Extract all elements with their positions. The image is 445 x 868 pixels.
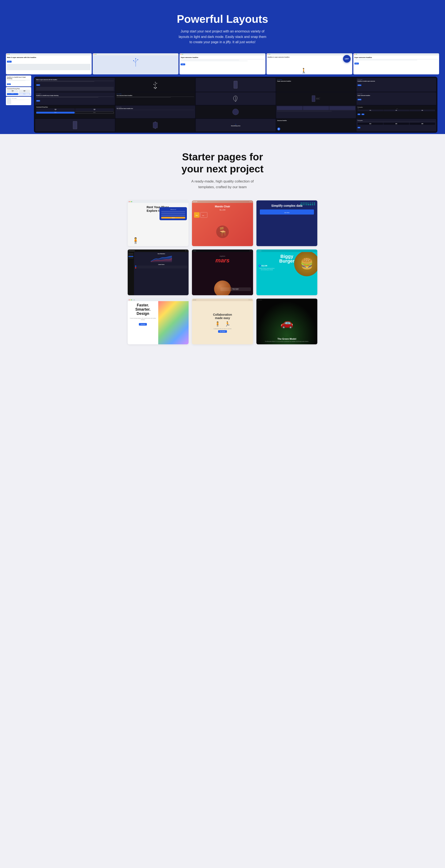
big-dark-mockup: Make it super awesome with this headline… bbox=[34, 77, 437, 133]
perf-users bbox=[135, 266, 188, 269]
phone-shape-3 bbox=[73, 121, 77, 129]
template-rent[interactable]: Rent Your Place.Explore the City. 🧍 Wher… bbox=[128, 200, 189, 246]
rent-input-2 bbox=[161, 213, 185, 214]
dc1-4-title: Super awesome headline bbox=[277, 81, 355, 82]
dc1-1-title: Make it super awesome with this headline bbox=[36, 79, 114, 81]
dc3-5-btn1: Get bbox=[357, 114, 360, 115]
dc1-1-btn: Button bbox=[36, 84, 40, 86]
dc2-1-btn: Button bbox=[36, 100, 40, 101]
lc1-btn: Button bbox=[7, 84, 11, 85]
lc3-content: Sub headline bbox=[7, 98, 30, 104]
dot-3 bbox=[305, 203, 306, 204]
lc1-l1 bbox=[7, 80, 30, 80]
dot-7 bbox=[312, 203, 313, 204]
dot-yellow bbox=[130, 201, 131, 202]
car-content: 🚗 The Green Model The Mercedes Model G i… bbox=[256, 301, 317, 344]
dot-2 bbox=[303, 203, 304, 204]
design-chrome: utb bbox=[128, 299, 189, 301]
preview-card-1: Make it super awesome with this headline… bbox=[6, 53, 92, 74]
perf-title: User Retention bbox=[135, 253, 188, 254]
dot-1 bbox=[301, 203, 302, 204]
collab-brand: kamtel bbox=[193, 299, 196, 301]
chair-icon-2 bbox=[251, 201, 252, 202]
perf-user-1 bbox=[135, 266, 188, 267]
dc4-3-title: Something nice bbox=[231, 125, 241, 126]
middle-section: Headline is a beatiful way to begin drea… bbox=[4, 75, 441, 134]
layouts-subtitle: Jump start your next project with an eno… bbox=[178, 29, 267, 45]
dot-13 bbox=[308, 204, 309, 205]
dc1-1-l1 bbox=[36, 81, 114, 81]
plant-icon bbox=[131, 57, 140, 67]
svg-point-14 bbox=[156, 87, 157, 88]
perf-user-2 bbox=[135, 267, 188, 269]
chair-info-label: Info → bbox=[202, 215, 205, 216]
design-title: Faster.Smarter.Design bbox=[130, 303, 156, 316]
play-btn bbox=[277, 127, 280, 130]
mars-notification: Mission Update Distance: 54.6M km bbox=[220, 287, 251, 291]
mars-icon-2 bbox=[251, 250, 252, 251]
perf-content: User Retention bbox=[128, 252, 189, 295]
template-car[interactable]: Mercedes 🚗 The Green Model The Mercedes … bbox=[256, 299, 317, 344]
template-chair[interactable]: JOLLER Mando Chair $1,199 Buy Info → bbox=[192, 200, 253, 246]
dot-12 bbox=[306, 204, 308, 205]
car-chrome: Mercedes bbox=[256, 299, 317, 301]
dc4-5-title: Pricing plans bbox=[357, 120, 435, 121]
template-burger[interactable]: yumyum BiggyBurger + $12.99 Loads of fla… bbox=[256, 249, 317, 295]
dc2-5: Sub headline Super awesome headline Butt… bbox=[356, 92, 436, 105]
mars-text-area: explore mars bbox=[216, 255, 230, 264]
mars-icons bbox=[250, 250, 252, 251]
rent-search-btn: Search bbox=[161, 217, 185, 219]
data-dot-grid bbox=[301, 203, 315, 205]
perf-sidebar bbox=[128, 252, 134, 295]
lc2-title: Customized Pricing Plans bbox=[7, 88, 30, 89]
mars-title: mars bbox=[216, 257, 230, 264]
perf-label: Performance bbox=[129, 250, 135, 251]
dc3-1-pricing: $10 /mo $20 /mo bbox=[36, 108, 114, 111]
design-dot-g bbox=[131, 300, 132, 300]
lc3-sub: Sub headline bbox=[12, 98, 30, 99]
mars-explore-label: explore bbox=[216, 255, 230, 257]
card3-line1 bbox=[181, 59, 264, 59]
burger-desc: Loads of flame-seared goodness and every… bbox=[258, 268, 275, 271]
dc1-5-btn: Button bbox=[357, 85, 361, 86]
design-brand: utb bbox=[133, 299, 135, 301]
card5-btn: Button bbox=[354, 63, 359, 64]
template-performance[interactable]: Performance User Retention bbox=[128, 249, 189, 295]
dc3-3 bbox=[196, 105, 275, 118]
data-content: Simplify complex data Join Now bbox=[256, 200, 317, 246]
dc3-2-l1 bbox=[117, 110, 194, 110]
design-desc: Create amazing designs with powerful too… bbox=[130, 317, 156, 320]
rent-search-label: Search bbox=[172, 217, 175, 218]
dc3-1-title: Customized Pricing Plans bbox=[36, 106, 114, 108]
dc3-4-img3 bbox=[329, 106, 355, 110]
rent-form: Where to? Search bbox=[159, 207, 187, 220]
dc1-1-l2 bbox=[36, 81, 94, 82]
lc1-l2 bbox=[7, 81, 26, 81]
dc1-4: Sub headline Super awesome headline bbox=[276, 78, 356, 92]
rent-form-label: Where to? bbox=[161, 209, 185, 210]
template-collab[interactable]: kamtel Collaborationmade easy 🧍 🏃 Collab… bbox=[192, 299, 253, 344]
dc3-4-l2 bbox=[277, 111, 332, 112]
svg-line-2 bbox=[136, 60, 138, 62]
chair-buy-btn: Buy bbox=[194, 212, 199, 218]
dot-6 bbox=[310, 203, 311, 204]
layouts-showcase: Make it super awesome with this headline… bbox=[4, 53, 441, 134]
perf-subtitle: Latest Users bbox=[135, 264, 188, 265]
dc2-5-btn: Button bbox=[357, 99, 361, 100]
template-data[interactable]: Simplify complex data Join Now bbox=[256, 200, 317, 246]
dot-10 bbox=[303, 204, 304, 205]
dc3-2: Your headline Your awesome feature headl… bbox=[116, 105, 195, 118]
template-mars[interactable]: redout explore mars Mission Update Dista… bbox=[192, 249, 253, 295]
dc4-3: Tag Something nice bbox=[196, 119, 275, 131]
svg-point-12 bbox=[155, 88, 156, 89]
perf-main: User Retention bbox=[134, 252, 189, 295]
lc3-l2 bbox=[12, 100, 25, 100]
dot-9 bbox=[301, 204, 302, 205]
chair-price: $1,199 bbox=[194, 209, 251, 211]
dc1-4-label: Sub headline bbox=[277, 79, 355, 80]
template-design[interactable]: utb Faster.Smarter.Design Create amazing… bbox=[128, 299, 189, 344]
left-card-1: Headline is a beatiful way to begin drea… bbox=[6, 75, 31, 86]
collab-desc: Collaborate with your team in real time bbox=[214, 328, 231, 329]
dc3-4-grid bbox=[277, 106, 355, 110]
chair-browser-chrome: JOLLER bbox=[192, 200, 253, 203]
